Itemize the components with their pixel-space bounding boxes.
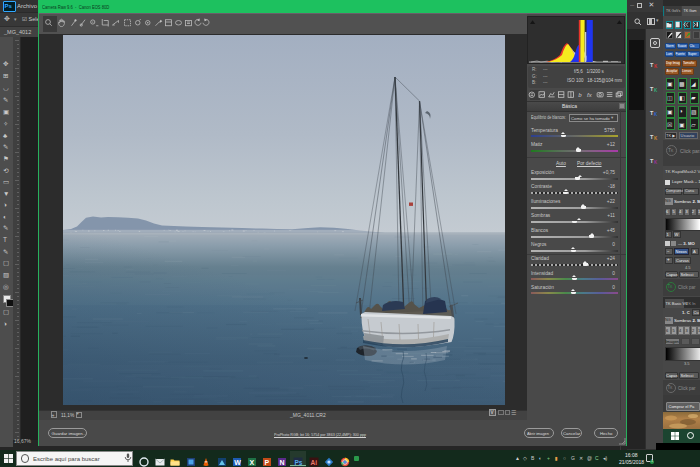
svg-text:W: W — [234, 459, 241, 466]
svg-text:N: N — [280, 459, 285, 466]
svg-text:b: b — [578, 91, 582, 98]
svg-text:P: P — [265, 459, 270, 466]
svg-text:Ai: Ai — [311, 459, 318, 466]
svg-text:fx: fx — [587, 92, 593, 98]
svg-text:X: X — [250, 459, 255, 466]
